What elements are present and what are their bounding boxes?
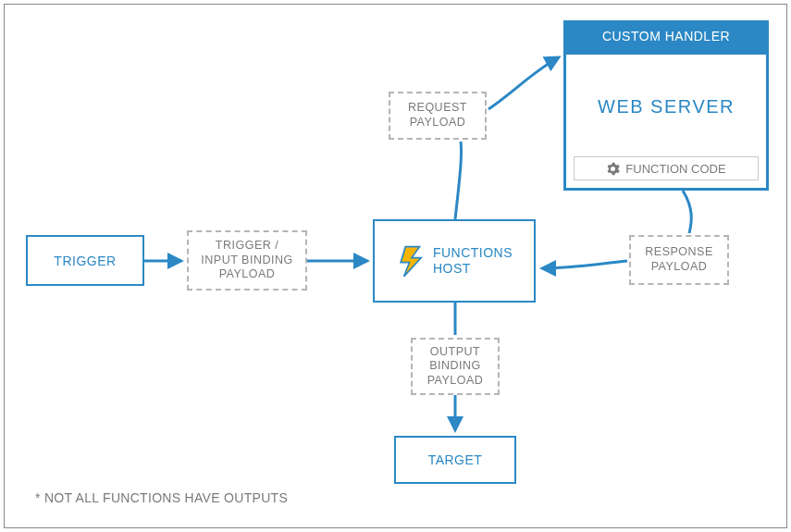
footnote: * NOT ALL FUNCTIONS HAVE OUTPUTS — [35, 490, 288, 505]
response-payload-box: RESPONSE PAYLOAD — [629, 235, 729, 285]
output-payload-label: OUTPUT BINDING PAYLOAD — [427, 345, 484, 389]
request-payload-label: REQUEST PAYLOAD — [408, 101, 467, 130]
custom-handler-header-label: CUSTOM HANDLER — [602, 29, 730, 43]
functions-host-content: FUNCTIONS HOST — [396, 245, 513, 278]
functions-host-label: FUNCTIONS HOST — [433, 245, 513, 278]
function-code-box: FUNCTION CODE — [574, 156, 759, 180]
function-code-label: FUNCTION CODE — [625, 162, 725, 176]
input-payload-box: TRIGGER / INPUT BINDING PAYLOAD — [187, 230, 307, 291]
request-payload-box: REQUEST PAYLOAD — [389, 92, 487, 140]
trigger-box: TRIGGER — [26, 235, 144, 286]
footnote-label: * NOT ALL FUNCTIONS HAVE OUTPUTS — [35, 490, 288, 505]
response-payload-label: RESPONSE PAYLOAD — [645, 245, 712, 274]
lightning-bolt-icon — [396, 245, 427, 277]
functions-host-box: FUNCTIONS HOST — [373, 219, 536, 303]
input-payload-label: TRIGGER / INPUT BINDING PAYLOAD — [201, 239, 292, 282]
web-server-label: WEB SERVER — [598, 96, 735, 118]
target-label: TARGET — [428, 452, 483, 467]
output-payload-box: OUTPUT BINDING PAYLOAD — [411, 338, 500, 395]
target-box: TARGET — [394, 436, 516, 484]
custom-handler-header: CUSTOM HANDLER — [563, 20, 769, 52]
trigger-label: TRIGGER — [54, 254, 116, 268]
diagram-canvas: TRIGGER TRIGGER / INPUT BINDING PAYLOAD … — [0, 0, 791, 532]
gear-icon — [606, 162, 620, 176]
